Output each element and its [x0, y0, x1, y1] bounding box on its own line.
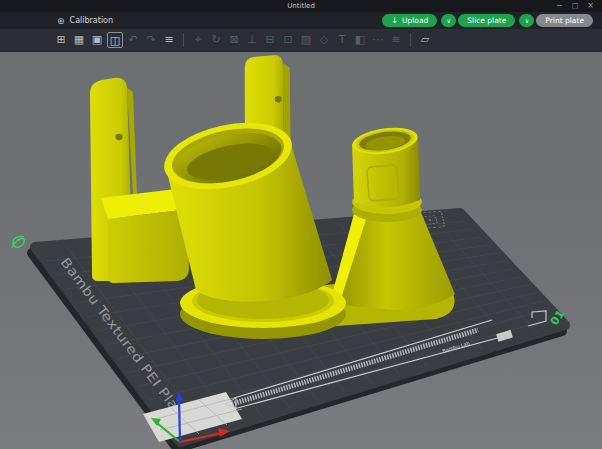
scene: Bambu Textured PEI Plate 01 [0, 52, 602, 449]
color-paint-icon[interactable]: ◧ [352, 32, 368, 48]
title-bar: Untitled − □ × [0, 0, 602, 12]
toolbar-separator [183, 33, 184, 47]
toolbar-separator [410, 33, 411, 47]
undo-icon[interactable]: ↶ [125, 32, 141, 48]
scale-icon[interactable]: ⊠ [226, 32, 242, 48]
main-toolbar: ⊞▦▣◫↶↷≡⌖↻⊠⊥⊟⊡▨◇T◧⋯≋▱ [0, 29, 602, 52]
add-model-icon[interactable]: ⊞ [53, 32, 69, 48]
redo-icon[interactable]: ↷ [143, 32, 159, 48]
layers-icon[interactable]: ≡ [161, 32, 177, 48]
window-title: Untitled [0, 0, 602, 12]
assembly-view-icon[interactable]: ▱ [417, 32, 433, 48]
seam-paint-icon[interactable]: ⋯ [370, 32, 386, 48]
objects-panel-icon[interactable]: ◫ [107, 32, 123, 48]
calibration-icon: ⊛ [57, 16, 65, 26]
chevron-down-icon: ∨ [525, 17, 529, 24]
upload-label: Upload [402, 16, 428, 25]
plate-corner-marker[interactable] [12, 236, 24, 248]
split-objects-icon[interactable]: ⊡ [280, 32, 296, 48]
support-paint-icon[interactable]: ≋ [388, 32, 404, 48]
text-tool-icon[interactable]: T [334, 32, 350, 48]
arrange-icon[interactable]: ▣ [89, 32, 105, 48]
rotate-icon[interactable]: ↻ [208, 32, 224, 48]
mesh-boolean-icon[interactable]: ◇ [316, 32, 332, 48]
model-small-cylinder [351, 124, 422, 222]
move-icon[interactable]: ⌖ [190, 32, 206, 48]
viewport-3d[interactable]: Bambu Textured PEI Plate 01 [0, 52, 602, 449]
chevron-down-icon: ∨ [447, 17, 451, 24]
upload-icon: ↓ [391, 16, 398, 25]
add-plate-icon[interactable]: ▦ [71, 32, 87, 48]
slice-plate-label: Slice plate [467, 16, 506, 25]
restore-icon[interactable]: □ [572, 0, 579, 12]
close-icon[interactable]: × [587, 0, 594, 12]
menu-bar: ⊛ Calibration ↓ Upload ∨ Slice plate ∨ P… [0, 12, 602, 29]
split-parts-icon[interactable]: ▨ [298, 32, 314, 48]
print-plate-button[interactable]: Print plate [536, 14, 593, 27]
place-on-face-icon[interactable]: ⊥ [244, 32, 260, 48]
slice-dropdown-button[interactable]: ∨ [441, 14, 456, 27]
calibration-label: Calibration [70, 16, 114, 25]
print-dropdown-button[interactable]: ∨ [519, 14, 534, 27]
slice-plate-button[interactable]: Slice plate [458, 14, 515, 27]
minimize-icon[interactable]: − [556, 0, 563, 12]
print-plate-label: Print plate [545, 16, 584, 25]
upload-button[interactable]: ↓ Upload [382, 14, 437, 27]
cut-icon[interactable]: ⊟ [262, 32, 278, 48]
axis-z [179, 399, 180, 442]
tab-calibration[interactable]: ⊛ Calibration [57, 16, 113, 26]
